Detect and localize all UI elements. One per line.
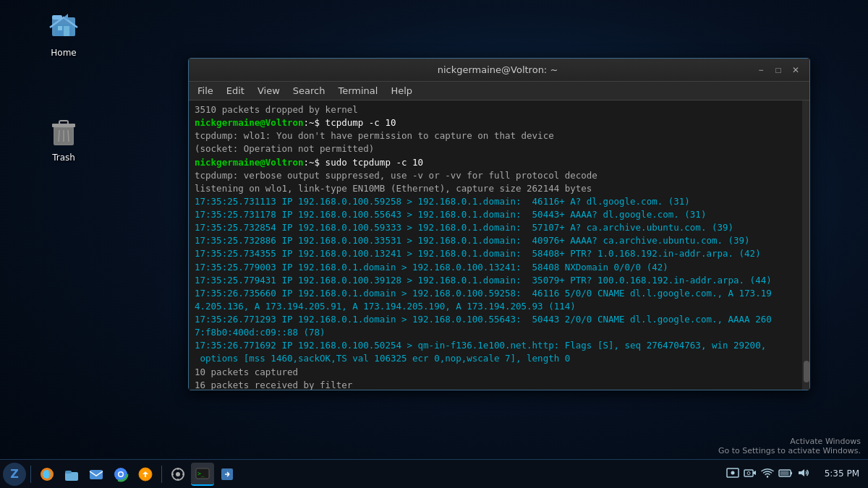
email-icon bbox=[88, 466, 104, 482]
svg-rect-38 bbox=[780, 471, 788, 475]
term-line-10: 17:35:25.732854 IP 192.168.0.100.59333 >… bbox=[195, 221, 804, 234]
menu-search[interactable]: Search bbox=[287, 84, 331, 98]
wifi-icon[interactable] bbox=[761, 466, 774, 482]
desktop: Home Trash nickgermaine@Voltr bbox=[0, 0, 868, 488]
files-button[interactable] bbox=[60, 463, 83, 486]
home-desktop-icon[interactable]: Home bbox=[35, 7, 93, 61]
camera-icon[interactable] bbox=[744, 466, 757, 482]
menu-help[interactable]: Help bbox=[385, 84, 418, 98]
maximize-button[interactable]: □ bbox=[770, 62, 786, 78]
system-tray bbox=[720, 466, 816, 482]
term-line-04: (socket: Operation not permitted) bbox=[195, 142, 804, 155]
svg-line-9 bbox=[68, 130, 69, 142]
activate-line1: Activate Windows bbox=[718, 437, 861, 446]
svg-point-35 bbox=[766, 476, 767, 477]
svg-rect-24 bbox=[177, 468, 179, 470]
svg-point-20 bbox=[119, 472, 123, 476]
svg-rect-33 bbox=[744, 470, 753, 476]
term-line-17b: options [mss 1460,sackOK,TS val 106325 e… bbox=[195, 352, 804, 365]
terminal-taskbar-icon: >_ bbox=[195, 466, 210, 481]
menu-view[interactable]: View bbox=[252, 84, 286, 98]
svg-text:>_: >_ bbox=[197, 471, 205, 477]
term-line-09: 17:35:25.731178 IP 192.168.0.100.55643 >… bbox=[195, 208, 804, 221]
software-updater-button[interactable] bbox=[134, 463, 157, 486]
terminal-body[interactable]: 3510 packets dropped by kernel nickgerma… bbox=[189, 100, 809, 390]
home-icon-label: Home bbox=[51, 48, 76, 58]
term-line-19: 16 packets received by filter bbox=[195, 379, 804, 390]
term-line-12: 17:35:25.734355 IP 192.168.0.100.13241 >… bbox=[195, 247, 804, 260]
terminal-title: nickgermaine@Voltron: ~ bbox=[242, 64, 753, 75]
term-line-18: 10 packets captured bbox=[195, 366, 804, 379]
screen-record-icon[interactable] bbox=[726, 466, 739, 482]
trash-desktop-icon[interactable]: Trash bbox=[35, 112, 93, 166]
term-line-16: 17:35:26.771293 IP 192.168.0.1.domain > … bbox=[195, 313, 804, 326]
svg-point-32 bbox=[731, 471, 734, 474]
clock[interactable]: 5:35 PM bbox=[819, 468, 865, 480]
battery-icon[interactable] bbox=[778, 466, 793, 482]
terminal-scrollbar[interactable] bbox=[802, 100, 809, 390]
svg-rect-2 bbox=[58, 26, 62, 30]
svg-rect-11 bbox=[59, 121, 68, 124]
title-bar: nickgermaine@Voltron: ~ − □ ✕ bbox=[189, 59, 809, 82]
taskbar: Z bbox=[0, 459, 868, 488]
menu-edit[interactable]: Edit bbox=[221, 84, 250, 98]
chromium-icon bbox=[113, 466, 129, 482]
svg-rect-15 bbox=[65, 471, 72, 474]
svg-point-23 bbox=[176, 472, 180, 476]
software-updater-icon bbox=[137, 466, 153, 482]
clock-time: 5:35 PM bbox=[825, 468, 859, 480]
svg-rect-16 bbox=[90, 470, 103, 479]
term-line-13: 17:35:25.779003 IP 192.168.0.1.domain > … bbox=[195, 261, 804, 274]
terminal-taskbar-button[interactable]: >_ bbox=[191, 463, 214, 486]
term-line-02: nickgermaine@Voltron:~$ tcpdump -c 10 bbox=[195, 116, 804, 129]
zorin-connect-button[interactable] bbox=[216, 463, 239, 486]
term-line-14: 17:35:25.779431 IP 192.168.0.100.39128 >… bbox=[195, 274, 804, 287]
zorin-icon: Z bbox=[10, 467, 19, 481]
svg-rect-26 bbox=[171, 474, 174, 475]
files-icon bbox=[64, 466, 80, 482]
svg-rect-25 bbox=[177, 479, 179, 481]
taskbar-right: 5:35 PM bbox=[720, 466, 865, 482]
taskbar-separator-1 bbox=[30, 466, 31, 483]
svg-point-34 bbox=[747, 471, 750, 474]
taskbar-separator-2 bbox=[161, 466, 162, 483]
term-line-07: listening on wlo1, link-type EN10MB (Eth… bbox=[195, 182, 804, 195]
term-line-05: nickgermaine@Voltron:~$ sudo tcpdump -c … bbox=[195, 156, 804, 169]
settings-button[interactable] bbox=[166, 463, 190, 486]
menu-bar: File Edit View Search Terminal Help bbox=[189, 82, 809, 100]
term-line-11: 17:35:25.732886 IP 192.168.0.100.33531 >… bbox=[195, 234, 804, 247]
term-line-01: 3510 packets dropped by kernel bbox=[195, 103, 804, 116]
svg-rect-4 bbox=[52, 15, 62, 20]
close-button[interactable]: ✕ bbox=[788, 62, 804, 78]
firefox-button[interactable] bbox=[35, 463, 59, 486]
trash-icon bbox=[46, 115, 81, 150]
term-line-17: 17:35:26.771692 IP 192.168.0.100.50254 >… bbox=[195, 339, 804, 352]
chromium-button[interactable] bbox=[109, 463, 132, 486]
svg-line-7 bbox=[59, 130, 59, 142]
menu-terminal[interactable]: Terminal bbox=[332, 84, 383, 98]
window-controls: − □ ✕ bbox=[753, 62, 804, 78]
taskbar-left: Z bbox=[3, 463, 239, 486]
minimize-button[interactable]: − bbox=[753, 62, 769, 78]
zorin-menu-button[interactable]: Z bbox=[3, 463, 26, 486]
trash-icon-label: Trash bbox=[52, 153, 75, 163]
menu-file[interactable]: File bbox=[192, 84, 219, 98]
term-line-08: 17:35:25.731113 IP 192.168.0.100.59258 >… bbox=[195, 195, 804, 208]
svg-rect-37 bbox=[791, 471, 792, 474]
activate-line2: Go to Settings to activate Windows. bbox=[718, 446, 861, 455]
zorin-connect-icon bbox=[219, 466, 235, 482]
volume-icon[interactable] bbox=[797, 466, 810, 482]
terminal-window: nickgermaine@Voltron: ~ − □ ✕ File Edit … bbox=[188, 58, 810, 390]
firefox-icon bbox=[39, 466, 55, 482]
home-icon bbox=[46, 10, 81, 45]
svg-rect-3 bbox=[64, 26, 69, 36]
email-button[interactable] bbox=[85, 463, 108, 486]
svg-rect-27 bbox=[182, 474, 184, 475]
windows-activate-message: Activate Windows Go to Settings to activ… bbox=[718, 437, 861, 455]
term-line-16b: 7:f8b0:400d:c09::88 (78) bbox=[195, 326, 804, 339]
term-line-06: tcpdump: verbose output suppressed, use … bbox=[195, 169, 804, 182]
settings-icon bbox=[170, 466, 186, 482]
term-line-15b: 4.205.136, A 173.194.205.91, A 173.194.2… bbox=[195, 300, 804, 313]
term-line-03: tcpdump: wlo1: You don't have permission… bbox=[195, 129, 804, 142]
term-line-15: 17:35:26.735660 IP 192.168.0.1.domain > … bbox=[195, 287, 804, 300]
